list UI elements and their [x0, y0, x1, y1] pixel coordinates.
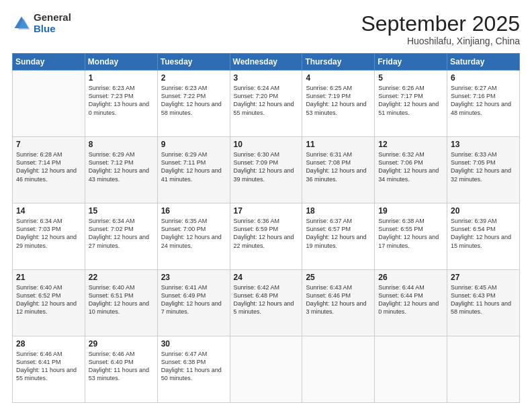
cell-info: Sunrise: 6:32 AMSunset: 7:06 PMDaylight:…	[378, 150, 443, 183]
cell-info: Sunrise: 6:42 AMSunset: 6:48 PMDaylight:…	[234, 283, 299, 316]
calendar-cell	[375, 336, 447, 403]
day-number: 1	[89, 73, 154, 83]
day-number: 8	[89, 140, 154, 149]
day-number: 28	[16, 339, 81, 349]
calendar-cell: 11Sunrise: 6:31 AMSunset: 7:08 PMDayligh…	[302, 137, 375, 203]
cell-info: Sunrise: 6:25 AMSunset: 7:19 PMDaylight:…	[306, 84, 371, 117]
day-header-sunday: Sunday	[13, 54, 85, 71]
calendar-week-1: 1Sunrise: 6:23 AMSunset: 7:23 PMDaylight…	[13, 71, 520, 137]
day-number: 6	[451, 73, 516, 83]
cell-info: Sunrise: 6:40 AMSunset: 6:52 PMDaylight:…	[16, 283, 81, 316]
logo-text: General Blue	[34, 12, 71, 34]
calendar-cell: 22Sunrise: 6:40 AMSunset: 6:51 PMDayligh…	[85, 270, 157, 336]
cell-info: Sunrise: 6:23 AMSunset: 7:23 PMDaylight:…	[89, 84, 154, 117]
day-number: 16	[161, 206, 226, 216]
day-number: 30	[161, 339, 226, 349]
calendar-cell: 1Sunrise: 6:23 AMSunset: 7:23 PMDaylight…	[85, 71, 157, 137]
day-number: 18	[306, 206, 371, 216]
cell-info: Sunrise: 6:44 AMSunset: 6:44 PMDaylight:…	[378, 283, 443, 316]
calendar-cell: 29Sunrise: 6:46 AMSunset: 6:40 PMDayligh…	[85, 336, 157, 403]
day-number: 24	[234, 273, 299, 282]
day-header-friday: Friday	[375, 54, 447, 71]
calendar-cell: 23Sunrise: 6:41 AMSunset: 6:49 PMDayligh…	[157, 270, 230, 336]
logo-general-label: General	[34, 12, 71, 24]
calendar-cell: 5Sunrise: 6:26 AMSunset: 7:17 PMDaylight…	[375, 71, 447, 137]
cell-info: Sunrise: 6:28 AMSunset: 7:14 PMDaylight:…	[16, 150, 81, 183]
calendar-cell: 26Sunrise: 6:44 AMSunset: 6:44 PMDayligh…	[375, 270, 447, 336]
calendar-cell: 12Sunrise: 6:32 AMSunset: 7:06 PMDayligh…	[375, 137, 447, 203]
cell-info: Sunrise: 6:37 AMSunset: 6:57 PMDaylight:…	[306, 217, 371, 250]
title-block: September 2025 Huoshilafu, Xinjiang, Chi…	[361, 12, 520, 46]
calendar-cell: 30Sunrise: 6:47 AMSunset: 6:38 PMDayligh…	[157, 336, 230, 403]
calendar-cell	[302, 336, 375, 403]
calendar-body: 1Sunrise: 6:23 AMSunset: 7:23 PMDaylight…	[13, 71, 520, 403]
logo-blue-label: Blue	[34, 24, 71, 35]
cell-info: Sunrise: 6:45 AMSunset: 6:43 PMDaylight:…	[451, 283, 516, 316]
day-header-tuesday: Tuesday	[157, 54, 230, 71]
day-number: 29	[89, 339, 154, 349]
calendar-cell	[13, 71, 85, 137]
calendar-week-3: 14Sunrise: 6:34 AMSunset: 7:03 PMDayligh…	[13, 203, 520, 270]
day-number: 11	[306, 140, 371, 149]
cell-info: Sunrise: 6:41 AMSunset: 6:49 PMDaylight:…	[161, 283, 226, 316]
header: General Blue September 2025 Huoshilafu, …	[12, 12, 520, 46]
calendar-cell: 27Sunrise: 6:45 AMSunset: 6:43 PMDayligh…	[447, 270, 520, 336]
cell-info: Sunrise: 6:30 AMSunset: 7:09 PMDaylight:…	[234, 150, 299, 183]
day-number: 2	[161, 73, 226, 83]
cell-info: Sunrise: 6:36 AMSunset: 6:59 PMDaylight:…	[234, 217, 299, 250]
calendar-cell: 15Sunrise: 6:34 AMSunset: 7:02 PMDayligh…	[85, 203, 157, 270]
calendar-cell: 19Sunrise: 6:38 AMSunset: 6:55 PMDayligh…	[375, 203, 447, 270]
calendar-cell: 6Sunrise: 6:27 AMSunset: 7:16 PMDaylight…	[447, 71, 520, 137]
calendar-cell: 21Sunrise: 6:40 AMSunset: 6:52 PMDayligh…	[13, 270, 85, 336]
calendar-cell: 9Sunrise: 6:29 AMSunset: 7:11 PMDaylight…	[157, 137, 230, 203]
day-number: 21	[16, 273, 81, 282]
calendar-cell: 20Sunrise: 6:39 AMSunset: 6:54 PMDayligh…	[447, 203, 520, 270]
logo-icon	[12, 14, 31, 33]
day-number: 23	[161, 273, 226, 282]
cell-info: Sunrise: 6:34 AMSunset: 7:03 PMDaylight:…	[16, 217, 81, 250]
cell-info: Sunrise: 6:31 AMSunset: 7:08 PMDaylight:…	[306, 150, 371, 183]
day-number: 26	[378, 273, 443, 282]
day-number: 19	[378, 206, 443, 216]
day-number: 9	[161, 140, 226, 149]
page: General Blue September 2025 Huoshilafu, …	[0, 0, 532, 411]
cell-info: Sunrise: 6:38 AMSunset: 6:55 PMDaylight:…	[378, 217, 443, 250]
cell-info: Sunrise: 6:33 AMSunset: 7:05 PMDaylight:…	[451, 150, 516, 183]
cell-info: Sunrise: 6:26 AMSunset: 7:17 PMDaylight:…	[378, 84, 443, 117]
location-subtitle: Huoshilafu, Xinjiang, China	[361, 36, 520, 46]
day-number: 14	[16, 206, 81, 216]
cell-info: Sunrise: 6:46 AMSunset: 6:40 PMDaylight:…	[89, 350, 154, 383]
day-number: 22	[89, 273, 154, 282]
day-header-row: SundayMondayTuesdayWednesdayThursdayFrid…	[13, 54, 520, 71]
calendar-cell: 14Sunrise: 6:34 AMSunset: 7:03 PMDayligh…	[13, 203, 85, 270]
month-title: September 2025	[361, 12, 520, 36]
cell-info: Sunrise: 6:40 AMSunset: 6:51 PMDaylight:…	[89, 283, 154, 316]
calendar-week-4: 21Sunrise: 6:40 AMSunset: 6:52 PMDayligh…	[13, 270, 520, 336]
day-number: 12	[378, 140, 443, 149]
day-number: 3	[234, 73, 299, 83]
day-number: 15	[89, 206, 154, 216]
day-header-monday: Monday	[85, 54, 157, 71]
calendar-cell	[230, 336, 302, 403]
calendar-cell: 16Sunrise: 6:35 AMSunset: 7:00 PMDayligh…	[157, 203, 230, 270]
calendar-cell: 28Sunrise: 6:46 AMSunset: 6:41 PMDayligh…	[13, 336, 85, 403]
cell-info: Sunrise: 6:43 AMSunset: 6:46 PMDaylight:…	[306, 283, 371, 316]
day-header-saturday: Saturday	[447, 54, 520, 71]
day-number: 25	[306, 273, 371, 282]
cell-info: Sunrise: 6:24 AMSunset: 7:20 PMDaylight:…	[234, 84, 299, 117]
cell-info: Sunrise: 6:46 AMSunset: 6:41 PMDaylight:…	[16, 350, 81, 383]
day-number: 7	[16, 140, 81, 149]
day-header-thursday: Thursday	[302, 54, 375, 71]
cell-info: Sunrise: 6:27 AMSunset: 7:16 PMDaylight:…	[451, 84, 516, 117]
cell-info: Sunrise: 6:29 AMSunset: 7:12 PMDaylight:…	[89, 150, 154, 183]
logo: General Blue	[12, 12, 71, 34]
calendar-table: SundayMondayTuesdayWednesdayThursdayFrid…	[12, 53, 520, 403]
calendar-cell: 4Sunrise: 6:25 AMSunset: 7:19 PMDaylight…	[302, 71, 375, 137]
calendar-cell: 24Sunrise: 6:42 AMSunset: 6:48 PMDayligh…	[230, 270, 302, 336]
day-number: 13	[451, 140, 516, 149]
calendar-cell	[447, 336, 520, 403]
calendar-cell: 7Sunrise: 6:28 AMSunset: 7:14 PMDaylight…	[13, 137, 85, 203]
calendar-cell: 13Sunrise: 6:33 AMSunset: 7:05 PMDayligh…	[447, 137, 520, 203]
cell-info: Sunrise: 6:23 AMSunset: 7:22 PMDaylight:…	[161, 84, 226, 117]
day-header-wednesday: Wednesday	[230, 54, 302, 71]
